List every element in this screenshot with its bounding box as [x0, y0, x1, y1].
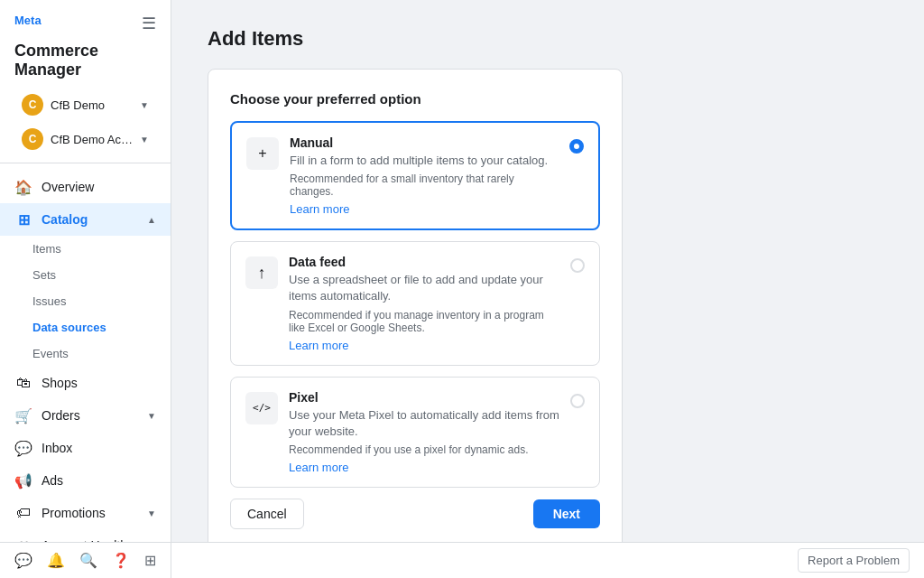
inbox-icon: 💬 [14, 439, 32, 457]
option-data-feed[interactable]: ↑ Data feed Use a spreadsheet or file to… [230, 241, 600, 365]
menu-icon[interactable]: ☰ [142, 14, 156, 33]
manual-desc: Fill in a form to add multiple items to … [290, 153, 559, 169]
shops-icon: 🛍 [14, 374, 32, 392]
pixel-title: Pixel [289, 390, 559, 405]
data-feed-learn-more[interactable]: Learn more [289, 339, 348, 352]
catalog-chevron-icon: ▲ [147, 215, 156, 225]
sidebar-item-orders[interactable]: 🛒 Orders ▼ [0, 399, 171, 432]
next-button[interactable]: Next [533, 499, 600, 528]
sidebar-item-label: Overview [42, 180, 156, 194]
ads-icon: 📢 [14, 471, 32, 489]
home-icon: 🏠 [14, 178, 32, 196]
manual-radio[interactable] [569, 139, 584, 154]
meta-logo: Meta [14, 11, 69, 29]
bottom-bar: Report a Problem [171, 542, 924, 578]
sidebar-sub-item-sets[interactable]: Sets [0, 262, 171, 288]
report-problem-button[interactable]: Report a Problem [798, 548, 910, 573]
orders-icon: 🛒 [14, 406, 32, 424]
sub-account-name: CfB Demo Account (719900... [51, 133, 133, 146]
sidebar-item-label: Orders [42, 408, 138, 423]
pixel-rec: Recommended if you use a pixel for dynam… [289, 443, 559, 456]
chat-icon[interactable]: 💬 [14, 552, 32, 569]
manual-icon: + [246, 137, 279, 170]
chevron-down-icon: ▼ [140, 100, 149, 110]
sidebar-footer: 💬 🔔 🔍 ❓ ⊞ [0, 542, 171, 578]
sidebar-sub-item-issues[interactable]: Issues [0, 288, 171, 314]
promotions-chevron-icon: ▼ [147, 508, 156, 518]
option-manual[interactable]: + Manual Fill in a form to add multiple … [230, 121, 600, 230]
sidebar-item-label: Catalog [42, 212, 138, 227]
card-subtitle: Choose your preferred option [230, 91, 600, 107]
pixel-learn-more[interactable]: Learn more [289, 461, 348, 474]
sub-item-label: Issues [32, 294, 67, 308]
sidebar-sub-item-data-sources[interactable]: Data sources [0, 314, 171, 340]
sidebar-item-inbox[interactable]: 💬 Inbox [0, 432, 171, 464]
data-feed-content: Data feed Use a spreadsheet or file to a… [289, 255, 559, 351]
sidebar-item-label: Ads [42, 473, 156, 488]
sidebar-sub-item-items[interactable]: Items [0, 236, 171, 262]
sub-item-label: Items [32, 242, 61, 256]
add-items-card: Choose your preferred option + Manual Fi… [208, 69, 623, 542]
sidebar-nav: 🏠 Overview ⊞ Catalog ▲ Items Sets Issues… [0, 163, 171, 542]
page-title: Add Items [208, 27, 888, 51]
orders-chevron-icon: ▼ [147, 411, 156, 421]
sidebar-item-label: Shops [42, 376, 156, 390]
svg-text:Meta: Meta [14, 14, 42, 27]
data-feed-desc: Use a spreadsheet or file to add and upd… [289, 272, 559, 304]
pixel-icon: </> [245, 392, 278, 424]
manual-learn-more[interactable]: Learn more [290, 202, 349, 216]
sub-item-label: Data sources [32, 321, 106, 334]
primary-account-selector[interactable]: C CfB Demo ▼ [14, 89, 156, 121]
sidebar-item-overview[interactable]: 🏠 Overview [0, 171, 171, 203]
pixel-radio[interactable] [570, 394, 585, 408]
sub-chevron-down-icon: ▼ [140, 135, 149, 144]
sidebar-item-shops[interactable]: 🛍 Shops [0, 367, 171, 399]
sidebar-item-label: Promotions [42, 506, 138, 520]
promotions-icon: 🏷 [14, 504, 32, 522]
sidebar-item-label: Inbox [42, 441, 156, 455]
pixel-content: Pixel Use your Meta Pixel to automatical… [289, 390, 559, 474]
data-feed-icon: ↑ [245, 256, 278, 289]
option-pixel[interactable]: </> Pixel Use your Meta Pixel to automat… [230, 377, 600, 488]
secondary-account-selector[interactable]: C CfB Demo Account (719900... ▼ [14, 123, 156, 155]
account-name: CfB Demo [51, 98, 133, 112]
manual-rec: Recommended for a small inventory that r… [290, 172, 559, 198]
bell-icon[interactable]: 🔔 [47, 552, 65, 569]
sidebar-item-catalog[interactable]: ⊞ Catalog ▲ [0, 203, 171, 236]
manual-title: Manual [290, 135, 559, 150]
app-title: Commerce Manager [14, 42, 156, 79]
pixel-desc: Use your Meta Pixel to automatically add… [289, 407, 559, 440]
main-area: Add Items Choose your preferred option +… [171, 0, 924, 578]
manual-content: Manual Fill in a form to add multiple it… [290, 135, 559, 216]
sidebar-item-ads[interactable]: 📢 Ads [0, 464, 171, 497]
catalog-icon: ⊞ [14, 210, 32, 228]
layout-icon[interactable]: ⊞ [144, 552, 156, 569]
card-actions: Cancel Next [230, 499, 600, 529]
sidebar-item-promotions[interactable]: 🏷 Promotions ▼ [0, 497, 171, 529]
sub-item-label: Events [32, 347, 69, 360]
sub-account-avatar: C [22, 128, 43, 150]
search-icon[interactable]: 🔍 [79, 552, 97, 569]
sidebar-item-account-health[interactable]: ❤ Account Health [0, 529, 171, 542]
sub-item-label: Sets [32, 268, 56, 282]
help-icon[interactable]: ❓ [112, 552, 130, 569]
account-avatar: C [22, 94, 43, 116]
main-content: Add Items Choose your preferred option +… [171, 0, 924, 542]
data-feed-title: Data feed [289, 255, 559, 269]
sidebar-sub-item-events[interactable]: Events [0, 340, 171, 367]
data-feed-radio[interactable] [570, 258, 585, 273]
cancel-button[interactable]: Cancel [230, 499, 304, 529]
data-feed-rec: Recommended if you manage inventory in a… [289, 309, 559, 334]
